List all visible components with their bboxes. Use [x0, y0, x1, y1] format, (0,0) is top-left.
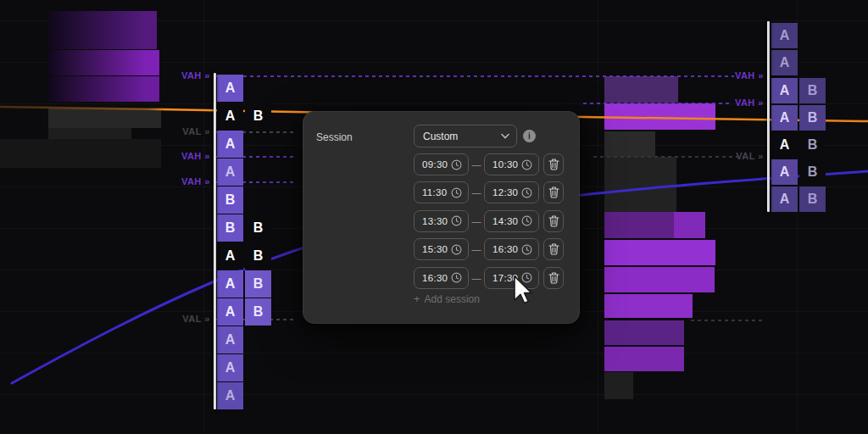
tpo-cell: A [217, 159, 243, 186]
clock-icon [451, 215, 462, 226]
session-row: 15:30—16:30 [414, 238, 566, 260]
tpo-cell: A [217, 242, 243, 270]
tpo-cell: B [799, 186, 826, 212]
add-session-button[interactable]: + Add session [414, 292, 480, 305]
tpo-cell: A [217, 75, 243, 102]
session-end-input[interactable]: 12:30 [484, 181, 539, 203]
tpo-cell: A [771, 186, 798, 212]
trash-icon [548, 186, 559, 198]
session-start-input[interactable]: 11:30 [414, 181, 469, 203]
tpo-cell: B [799, 78, 826, 103]
tpo-cell: A [771, 78, 798, 103]
tpo-cell: A [771, 132, 798, 158]
plus-icon: + [414, 292, 420, 305]
delete-session-button[interactable] [543, 238, 564, 260]
add-session-label: Add session [425, 293, 480, 305]
time-range-separator: — [469, 153, 484, 175]
session-start-input[interactable]: 09:30 [414, 153, 469, 175]
time-value: 14:30 [492, 216, 521, 226]
profile-open-line [214, 73, 216, 409]
tpo-cell: A [217, 326, 243, 353]
tpo-cell: A [217, 103, 243, 130]
time-value: 15:30 [422, 244, 451, 254]
session-start-input[interactable]: 15:30 [414, 238, 469, 260]
trash-icon [548, 159, 559, 170]
time-value: 10:30 [492, 159, 521, 170]
time-range-separator: — [469, 238, 484, 260]
time-value: 12:30 [492, 187, 521, 198]
clock-icon [521, 215, 532, 226]
time-range-separator: — [469, 210, 484, 232]
delete-session-button[interactable] [543, 267, 564, 289]
session-row: 16:30—17:30 [414, 267, 566, 289]
session-end-input[interactable]: 14:30 [484, 210, 539, 232]
trash-icon [548, 243, 559, 255]
session-settings-dialog: Session Custom i 09:30—10:3011:30—12:301… [303, 111, 580, 324]
tpo-cell: A [217, 354, 243, 381]
time-value: 09:30 [422, 159, 451, 170]
session-row: 09:30—10:30 [414, 153, 566, 175]
session-type-dropdown[interactable]: Custom [414, 125, 517, 147]
clock-icon [521, 244, 532, 255]
tpo-cell: B [799, 159, 826, 185]
trash-icon [548, 272, 559, 284]
time-value: 13:30 [422, 216, 451, 226]
time-value: 16:30 [492, 244, 521, 254]
session-end-input[interactable]: 10:30 [484, 153, 539, 175]
time-value: 16:30 [422, 273, 451, 283]
tpo-cell: A [771, 105, 798, 131]
delete-session-button[interactable] [543, 181, 564, 203]
tpo-cell: A [771, 50, 798, 75]
info-icon[interactable]: i [523, 130, 536, 142]
chart-canvas: VAH »VAL »VAH »VAH »VAL »VAH »VAH »VAL »… [0, 0, 868, 434]
tpo-cell: B [217, 186, 243, 214]
tpo-cell: A [217, 382, 243, 409]
tpo-cell: B [245, 270, 271, 298]
session-row: 11:30—12:30 [414, 181, 566, 203]
tpo-cell: B [245, 214, 271, 242]
dropdown-value: Custom [423, 131, 501, 142]
tpo-cell: B [799, 132, 826, 158]
delete-session-button[interactable] [543, 210, 564, 232]
session-end-input[interactable]: 16:30 [484, 238, 539, 260]
clock-icon [521, 187, 532, 198]
session-row: 13:30—14:30 [414, 210, 566, 232]
session-start-input[interactable]: 16:30 [414, 267, 469, 289]
trash-icon [548, 215, 559, 227]
tpo-cell: A [217, 131, 243, 158]
chevron-down-icon [501, 133, 509, 139]
time-range-separator: — [469, 267, 484, 289]
clock-icon [451, 187, 462, 198]
tpo-cell: B [245, 298, 271, 326]
tpo-cell: A [771, 23, 798, 48]
tpo-cell: A [217, 270, 243, 298]
tpo-cell: A [771, 159, 798, 185]
tpo-cell: B [217, 214, 243, 242]
profile-open-line [767, 21, 770, 212]
clock-icon [451, 272, 462, 283]
session-end-input[interactable]: 17:30 [484, 267, 539, 289]
time-range-separator: — [469, 181, 484, 203]
session-label: Session [316, 131, 353, 143]
tpo-cell: B [245, 103, 271, 130]
tpo-cell: B [245, 242, 271, 270]
time-value: 17:30 [492, 273, 521, 283]
clock-icon [451, 244, 462, 255]
tpo-cell: B [799, 105, 826, 131]
delete-session-button[interactable] [543, 153, 564, 175]
clock-icon [521, 272, 532, 283]
session-start-input[interactable]: 13:30 [414, 210, 469, 232]
time-value: 11:30 [422, 187, 451, 198]
clock-icon [521, 159, 532, 170]
tpo-cell: A [217, 298, 243, 326]
clock-icon [451, 159, 462, 170]
